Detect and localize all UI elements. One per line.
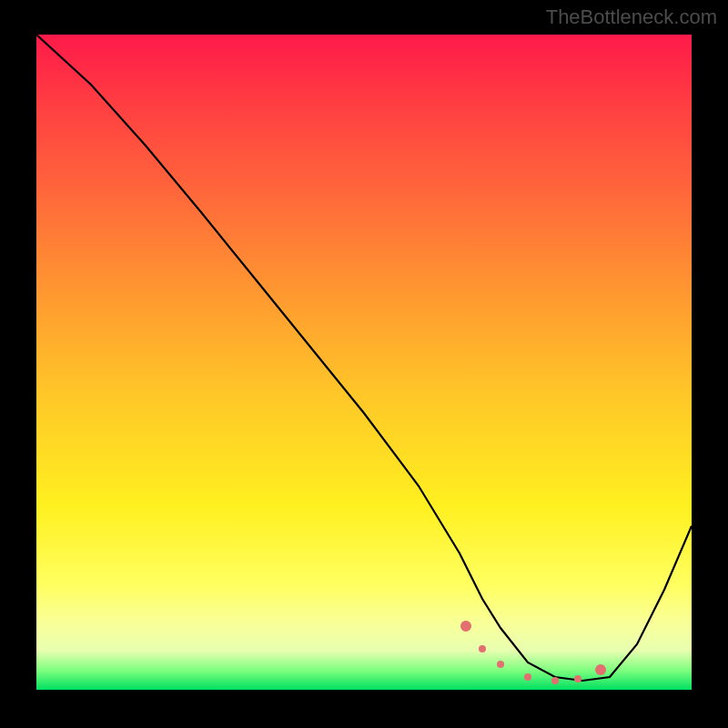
highlight-marker <box>574 675 581 682</box>
highlight-marker <box>460 621 471 632</box>
highlight-marker <box>595 664 606 675</box>
highlight-markers <box>460 621 606 684</box>
highlight-marker <box>551 677 559 684</box>
highlight-marker <box>479 645 486 652</box>
plot-area <box>36 35 692 690</box>
highlight-marker <box>524 673 531 681</box>
bottleneck-curve <box>36 35 692 681</box>
watermark-text: TheBottleneck.com <box>546 5 717 29</box>
curve-svg <box>36 35 692 690</box>
highlight-marker <box>497 661 504 668</box>
